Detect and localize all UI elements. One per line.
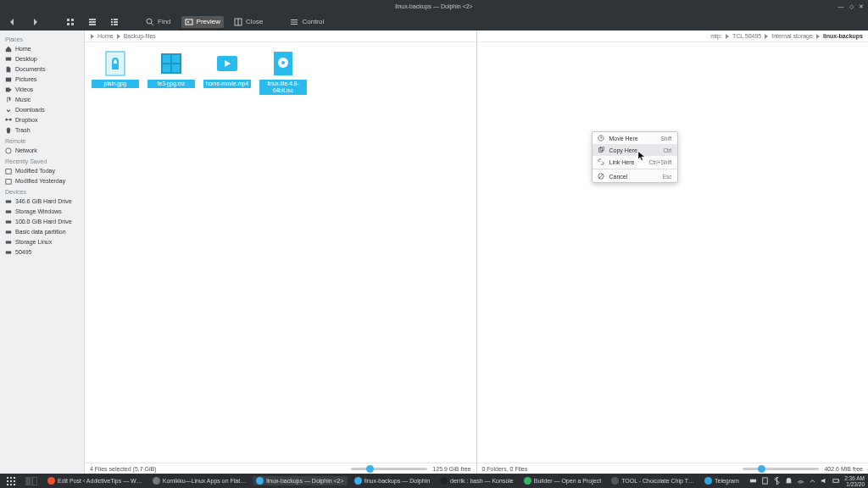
sidebar-item-home[interactable]: Home: [0, 44, 84, 54]
crumb-current[interactable]: linux-backups: [823, 33, 863, 39]
file-item[interactable]: linux-lite-4.8-64bit.iso: [259, 49, 307, 95]
maximize-icon[interactable]: ◇: [848, 3, 854, 10]
task-item[interactable]: TOOL - Chocolate Chip T…: [608, 476, 698, 485]
task-item[interactable]: Telegram: [701, 476, 743, 485]
svg-line-14: [151, 23, 153, 25]
status-count: 0 Folders, 0 Files: [482, 466, 528, 472]
find-button[interactable]: Find: [142, 16, 175, 28]
tray-battery-icon[interactable]: [832, 477, 840, 485]
svg-rect-51: [7, 480, 8, 482]
tray-clipboard-icon[interactable]: [761, 477, 769, 485]
sidebar-item-videos[interactable]: Videos: [0, 85, 84, 95]
grid-file-icon: [157, 49, 186, 78]
svg-rect-12: [114, 24, 118, 25]
left-pane: Home Backup-files plain.gpg fe3-gpg.mz: [85, 30, 476, 474]
tray-volume-icon[interactable]: [821, 477, 828, 485]
close-icon[interactable]: ✕: [858, 3, 865, 10]
lock-file-icon: [101, 49, 130, 78]
sidebar-item-device[interactable]: 100.0 GiB Hard Drive: [0, 217, 84, 227]
zoom-slider[interactable]: [743, 468, 819, 470]
minimize-icon[interactable]: —: [837, 3, 844, 10]
split-panes: Home Backup-files plain.gpg fe3-gpg.mz: [85, 30, 868, 474]
tray-notifications-icon[interactable]: [785, 477, 793, 485]
task-item[interactable]: linux-backups — Dolphin <2>: [253, 476, 347, 485]
sidebar-item-dropbox[interactable]: Dropbox: [0, 115, 84, 125]
file-item[interactable]: home-movie.mp4: [203, 49, 251, 95]
sidebar-item-device[interactable]: 50495: [0, 247, 84, 258]
sidebar-item-today[interactable]: Modified Today: [0, 166, 84, 176]
file-area[interactable]: Move Here Shift Copy Here Ctrl Link Here…: [477, 42, 869, 463]
tray-bluetooth-icon[interactable]: [773, 477, 781, 485]
svg-rect-53: [14, 480, 15, 482]
task-item[interactable]: derrik : bash — Konsole: [437, 476, 517, 485]
status-bar: 4 Files selected (5.7 GiB) 125.9 GiB fre…: [85, 463, 476, 474]
svg-line-47: [598, 175, 603, 179]
sidebar-item-yesterday[interactable]: Modified Yesterday: [0, 176, 84, 186]
tray-printer-icon[interactable]: [749, 477, 757, 485]
preview-button[interactable]: Preview: [181, 16, 224, 28]
forward-button[interactable]: [27, 16, 42, 28]
sidebar-item-device[interactable]: Storage Windows: [0, 207, 84, 217]
compact-view-button[interactable]: [85, 16, 100, 28]
recent-heading: Recently Saved: [0, 156, 84, 166]
breadcrumb[interactable]: Home Backup-files: [85, 30, 476, 42]
svg-rect-27: [6, 200, 11, 202]
breadcrumb[interactable]: mtp: TCL 50495 Internal storage linux-ba…: [477, 30, 869, 42]
split-close-button[interactable]: Close: [231, 16, 266, 28]
file-area[interactable]: plain.gpg fe3-gpg.mz home-movie.mp4 linu…: [85, 42, 476, 463]
control-button[interactable]: Control: [287, 16, 327, 28]
task-item[interactable]: Edit Post ‹ AddictiveTips — W…: [44, 476, 146, 485]
file-item[interactable]: plain.gpg: [92, 49, 139, 95]
details-view-button[interactable]: [107, 16, 122, 28]
svg-rect-8: [114, 19, 118, 20]
task-item[interactable]: Komikku—Linux Apps on Flat…: [149, 476, 249, 485]
sidebar-item-pictures[interactable]: Pictures: [0, 75, 84, 85]
file-label: plain.gpg: [92, 80, 139, 88]
crumb-current[interactable]: Backup-files: [124, 33, 156, 39]
file-item[interactable]: fe3-gpg.mz: [147, 49, 195, 95]
sidebar-item-music[interactable]: Music: [0, 95, 84, 105]
menu-move-here[interactable]: Move Here Shift: [593, 132, 677, 144]
tray-network-icon[interactable]: [797, 477, 804, 485]
svg-rect-21: [291, 24, 298, 25]
back-button[interactable]: [5, 16, 20, 28]
svg-rect-10: [114, 21, 118, 23]
svg-rect-26: [6, 180, 11, 185]
menu-link-here[interactable]: Link Here Ctrl+Shift: [593, 156, 677, 168]
svg-rect-1: [71, 19, 74, 21]
menu-cancel[interactable]: Cancel Esc: [593, 170, 677, 182]
pager[interactable]: [22, 476, 41, 486]
svg-rect-30: [6, 230, 11, 233]
tray-chevron-up-icon[interactable]: [809, 477, 816, 485]
crumb[interactable]: TCL 50495: [732, 33, 761, 39]
sidebar-item-downloads[interactable]: Downloads: [0, 105, 84, 115]
crumb-home[interactable]: Home: [97, 33, 114, 39]
sidebar-item-network[interactable]: Network: [0, 146, 84, 156]
sidebar-item-device[interactable]: 346.6 GiB Hard Drive: [0, 197, 84, 207]
crumb[interactable]: Internal storage: [771, 33, 813, 39]
svg-point-43: [281, 61, 285, 64]
sidebar-item-desktop[interactable]: Desktop: [0, 54, 84, 64]
task-item[interactable]: Builder — Open a Project: [520, 476, 604, 485]
svg-rect-60: [763, 478, 767, 484]
crumb-prefix: mtp:: [710, 33, 722, 39]
status-selection: 4 Files selected (5.7 GiB): [90, 466, 157, 472]
svg-rect-38: [163, 64, 170, 72]
task-item[interactable]: linux-backups — Dolphin: [351, 476, 433, 485]
sidebar-item-trash[interactable]: Trash: [0, 125, 84, 136]
app-launcher[interactable]: [3, 476, 19, 486]
move-icon: [598, 135, 604, 141]
sidebar-item-device[interactable]: Basic data partition: [0, 227, 84, 237]
svg-rect-57: [25, 477, 31, 485]
icons-view-button[interactable]: [63, 16, 78, 28]
sidebar-item-device[interactable]: Storage Linux: [0, 237, 84, 247]
clock[interactable]: 2:36 AM 1/23/20: [844, 475, 865, 487]
svg-rect-3: [71, 23, 74, 25]
menu-copy-here[interactable]: Copy Here Ctrl: [593, 144, 677, 156]
sidebar-item-documents[interactable]: Documents: [0, 64, 84, 75]
remote-heading: Remote: [0, 136, 84, 146]
svg-rect-4: [89, 19, 96, 20]
svg-rect-29: [6, 220, 11, 223]
zoom-slider[interactable]: [351, 468, 427, 470]
window-title: linux-backups — Dolphin <2>: [395, 3, 472, 9]
